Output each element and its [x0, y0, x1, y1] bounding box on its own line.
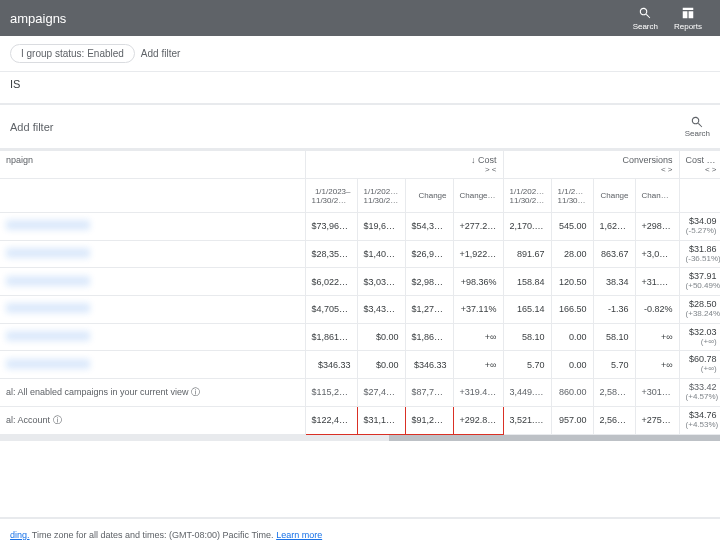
table-row[interactable]: $1,861.21$0.00$1,861.21+∞58.100.0058.10+… [0, 323, 720, 351]
status-filter-row: I group status: Enabled Add filter [0, 36, 720, 72]
col-conv-b[interactable]: 1/1/2022– 11/30/2022 [551, 179, 593, 213]
page-title: ampaigns [10, 11, 66, 26]
reports-icon [681, 6, 695, 20]
col-conv-pct[interactable]: Change (%) [635, 179, 679, 213]
topbar-reports-button[interactable]: Reports [674, 6, 702, 31]
footer-disclaimers: ding. Time zone for all dates and times:… [0, 523, 720, 541]
search-icon [638, 6, 652, 20]
table-row[interactable]: $4,705.78$3,432.13$1,273.65+37.11%165.14… [0, 296, 720, 324]
footer-link-1[interactable]: ding. [10, 530, 30, 540]
col-cost-pct[interactable]: Change (%) [453, 179, 503, 213]
col-conv-a[interactable]: 1/1/2023– 11/30/2023 [503, 179, 551, 213]
status-filter-chip[interactable]: I group status: Enabled [10, 44, 135, 63]
col-cost-a[interactable]: 1/1/2023– 11/30/2023 [305, 179, 357, 213]
add-filter-link-table[interactable]: Add filter [10, 121, 53, 133]
search-icon [690, 115, 704, 129]
col-group-cost[interactable]: ↓ Cost> < [305, 151, 503, 179]
col-group-costconv[interactable]: Cost / conv.< > [679, 151, 720, 179]
table-search-button[interactable]: Search [685, 115, 710, 138]
table-row[interactable]: $346.33$0.00$346.33+∞5.700.005.70+∞$60.7… [0, 351, 720, 379]
campaigns-table: npaign ↓ Cost> < Conversions< > Cost / c… [0, 150, 720, 441]
table-filter-row: Add filter Search [0, 105, 720, 150]
col-group-conversions[interactable]: Conversions< > [503, 151, 679, 179]
learn-more-link[interactable]: Learn more [276, 530, 322, 540]
subheading: IS [0, 72, 720, 97]
table-row[interactable]: $6,022.00$3,035.84$2,986.16+98.36%158.84… [0, 268, 720, 296]
topbar: ampaigns Search Reports [0, 0, 720, 36]
table-row[interactable]: al: Account ⓘ$122,403.02$31,160.33$91,24… [0, 406, 720, 434]
col-conv-chg[interactable]: Change [593, 179, 635, 213]
col-cost-chg[interactable]: Change [405, 179, 453, 213]
col-cost-b[interactable]: 1/1/2022– 11/30/2022 [357, 179, 405, 213]
table-row[interactable]: al: All enabled campaigns in your curren… [0, 379, 720, 407]
col-campaign[interactable]: npaign [0, 151, 305, 179]
table-row[interactable]: $73,964.24$19,612.24$54,372.00+277.23%2,… [0, 213, 720, 241]
topbar-search-button[interactable]: Search [633, 6, 658, 31]
add-filter-link-top[interactable]: Add filter [141, 48, 180, 59]
table-row[interactable]: $28,353.43$1,402.23$26,951.20+1,922.02%8… [0, 240, 720, 268]
